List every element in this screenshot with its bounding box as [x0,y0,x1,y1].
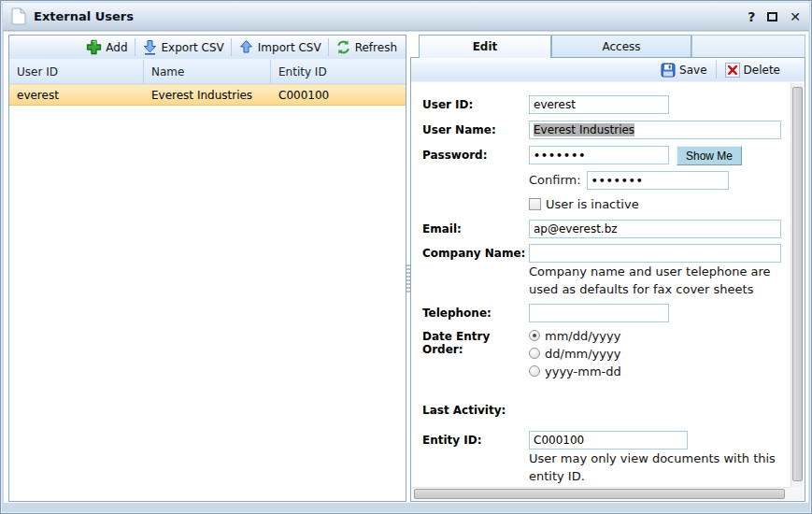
plus-icon [86,39,102,55]
edit-tab-content: Save Delete User ID: everest [410,57,805,502]
refresh-label: Refresh [355,41,397,54]
save-label: Save [679,64,706,77]
entity-id-field[interactable]: C000100 [529,431,688,450]
toolbar-separator [135,38,135,56]
export-csv-label: Export CSV [162,41,224,54]
radio-icon [529,348,540,359]
user-id-label: User ID: [422,95,529,111]
company-label: Company Name: [422,244,529,260]
help-button[interactable]: ? [748,10,755,23]
radio-icon [529,365,540,377]
company-hint: Company name and user telephone are used… [529,264,802,299]
inactive-checkbox[interactable] [529,198,541,210]
user-id-row: User ID: everest [422,95,784,114]
user-id-value: everest [534,98,576,111]
toolbar-separator [716,61,717,79]
toolbar-separator [328,38,329,56]
save-button[interactable]: Save [657,61,710,79]
arrow-down-icon [142,39,158,55]
confirm-label: Confirm: [529,171,581,187]
cell-name: Everest Industries [144,89,271,102]
table-header: User ID Name Entity ID [9,60,406,84]
company-row: Company Name: [422,244,784,263]
radio-label: yyyy-mm-dd [545,364,621,378]
cell-entity-id: C000100 [271,89,406,102]
user-name-label: User Name: [422,121,529,136]
entity-id-row: Entity ID: C000100 [422,431,784,450]
user-name-value: Everest Industries [534,123,634,136]
radio-label: mm/dd/yyyy [545,329,620,343]
refresh-icon [335,39,351,55]
tab-access[interactable]: Access [551,35,691,57]
company-field[interactable] [529,244,781,263]
last-activity-row: Last Activity: [422,401,784,417]
tab-strip: Edit Access [410,35,805,57]
close-button[interactable]: ✕ [790,10,801,23]
user-name-row: User Name: Everest Industries [422,121,784,139]
password-field[interactable]: ••••••• [529,146,669,164]
inactive-row: User is inactive [529,197,784,211]
users-toolbar: Add Export CSV Import CSV [9,36,406,60]
vertical-scrollbar[interactable] [791,83,804,487]
date-order-label: Date Entry Order: [422,327,529,356]
radio-label: dd/mm/yyyy [545,347,620,361]
user-name-field[interactable]: Everest Industries [529,121,781,139]
email-row: Email: ap@everest.bz [422,220,784,238]
password-row: Password: ••••••• Show Me [422,146,784,165]
confirm-row: Confirm: ••••••• [422,171,784,190]
scrollbar-corner [791,487,804,500]
email-value: ap@everest.bz [534,222,618,236]
column-header-entity-id[interactable]: Entity ID [271,65,406,79]
date-order-options: mm/dd/yyyy dd/mm/yyyy yyyy-mm-dd [529,327,621,380]
delete-icon [725,63,740,78]
user-id-field[interactable]: everest [529,95,669,114]
confirm-field[interactable]: ••••••• [587,171,729,190]
delete-label: Delete [744,64,780,77]
content-area: Add Export CSV Import CSV [3,31,809,504]
entity-id-hint: User may only view documents with this e… [529,450,779,486]
email-label: Email: [422,220,529,236]
date-order-row: Date Entry Order: mm/dd/yyyy dd/mm/yyyy [422,327,784,380]
import-csv-button[interactable]: Import CSV [235,37,325,57]
arrow-up-icon [238,39,254,55]
users-list-panel: Add Export CSV Import CSV [8,35,406,502]
export-csv-button[interactable]: Export CSV [138,37,228,57]
column-header-user-id[interactable]: User ID [9,60,144,83]
vertical-scroll-thumb[interactable] [792,87,803,481]
horizontal-scrollbar[interactable] [412,487,791,500]
table-row[interactable]: everest Everest Industries C000100 [9,84,406,106]
email-field[interactable]: ap@everest.bz [529,220,781,238]
show-me-button[interactable]: Show Me [677,146,742,165]
cell-user-id: everest [9,89,144,102]
telephone-row: Telephone: [422,304,784,322]
password-value: ••••••• [534,150,586,162]
horizontal-scroll-thumb[interactable] [414,489,785,499]
last-activity-label: Last Activity: [422,401,506,417]
radio-option-yyyymmdd[interactable]: yyyy-mm-dd [529,363,621,380]
external-users-window: External Users ? ✕ Add [0,0,812,514]
entity-id-label: Entity ID: [422,431,529,447]
radio-option-mmddyyyy[interactable]: mm/dd/yyyy [529,327,621,345]
radio-option-ddmmyyyy[interactable]: dd/mm/yyyy [529,345,621,363]
window-controls: ? ✕ [748,10,801,23]
delete-button[interactable]: Delete [721,61,784,79]
tab-edit[interactable]: Edit [419,35,551,58]
user-form: User ID: everest User Name: Everest Indu… [411,82,805,485]
edit-toolbar: Save Delete [411,58,805,82]
tab-filler [691,35,805,57]
refresh-button[interactable]: Refresh [332,37,401,57]
column-header-name[interactable]: Name [144,60,271,83]
import-csv-label: Import CSV [258,41,321,54]
add-button[interactable]: Add [82,37,131,57]
maximize-button[interactable] [767,10,777,23]
entity-id-value: C000100 [534,434,584,447]
confirm-value: ••••••• [591,175,644,187]
titlebar: External Users ? ✕ [3,3,809,31]
maximize-icon [767,12,777,21]
user-detail-panel: Edit Access Save [410,35,805,502]
save-icon [661,63,676,78]
telephone-label: Telephone: [422,304,529,320]
toolbar-separator [231,38,232,56]
password-label: Password: [422,146,529,162]
telephone-field[interactable] [529,304,669,322]
